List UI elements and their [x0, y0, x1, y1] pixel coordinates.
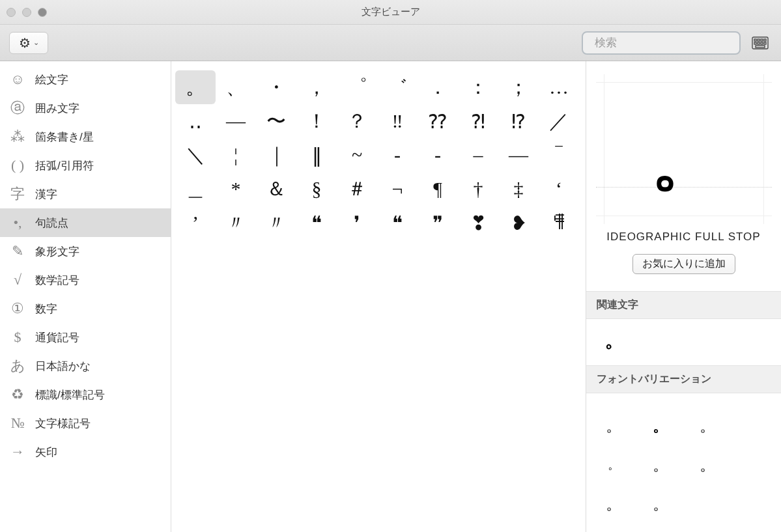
sidebar-item-label: 漢字 [35, 187, 57, 202]
svg-rect-2 [758, 39, 760, 41]
character-cell[interactable]: ゛ [377, 70, 418, 104]
character-cell[interactable]: ． [418, 70, 458, 104]
character-cell[interactable]: ❜ [337, 206, 377, 240]
sidebar-item[interactable]: ①数字 [0, 294, 171, 323]
sidebar-item[interactable]: №文字様記号 [0, 409, 171, 438]
font-variation[interactable]: 。 [637, 484, 684, 524]
character-cell[interactable]: ， [296, 70, 337, 104]
character-cell[interactable]: ¬ [377, 172, 418, 206]
character-cell[interactable]: 〃 [216, 206, 256, 240]
character-cell[interactable]: ❞ [418, 206, 458, 240]
character-cell[interactable]: ： [458, 70, 498, 104]
search-field[interactable] [582, 31, 741, 55]
character-cell[interactable]: – [458, 138, 498, 172]
character-cell[interactable]: ・ [256, 70, 296, 104]
character-cell[interactable]: ‡ [498, 172, 539, 206]
sidebar-item-label: 数学記号 [35, 273, 79, 288]
character-cell[interactable]: ゜ [337, 70, 377, 104]
sidebar-item[interactable]: •,句読点 [0, 208, 171, 237]
font-variation[interactable]: 。 [637, 406, 684, 445]
svg-rect-9 [756, 46, 765, 48]
font-variation[interactable]: 。 [684, 445, 731, 484]
character-cell[interactable]: ！ [296, 104, 337, 138]
sidebar-item[interactable]: √数学記号 [0, 266, 171, 294]
character-cell[interactable]: ／ [539, 104, 579, 138]
character-cell[interactable]: … [539, 70, 579, 104]
character-name: IDEOGRAPHIC FULL STOP [586, 224, 781, 254]
character-cell[interactable]: 、 [216, 70, 256, 104]
sidebar-item-icon: ① [9, 300, 26, 317]
character-cell[interactable]: ‐ [377, 138, 418, 172]
character-cell[interactable]: ‥ [175, 104, 216, 138]
character-grid-scroll[interactable]: 。、・，゜゛．：；…‥—〜！？‼⁇⁈⁉／＼¦｜‖~‐-–—‾＿*＆§＃¬¶†‡‘… [171, 61, 586, 532]
sidebar-item[interactable]: ✎象形文字 [0, 237, 171, 266]
character-cell[interactable]: ⁉ [498, 104, 539, 138]
sidebar-item-icon: ☺ [9, 71, 26, 88]
character-cell[interactable]: ＃ [337, 172, 377, 206]
character-cell[interactable]: ’ [175, 206, 216, 240]
character-cell[interactable]: 。 [175, 70, 216, 104]
character-cell[interactable]: ？ [337, 104, 377, 138]
sidebar-item-icon: ( ) [9, 157, 26, 174]
sidebar-item[interactable]: →矢印 [0, 438, 171, 466]
character-cell[interactable]: ¦ [216, 138, 256, 172]
sidebar-item-icon: 字 [9, 184, 26, 204]
character-cell[interactable]: ❝ [377, 206, 418, 240]
search-input[interactable] [595, 36, 733, 49]
character-cell[interactable]: § [296, 172, 337, 206]
font-variation[interactable]: 。 [590, 445, 637, 484]
svg-rect-3 [761, 39, 763, 41]
sidebar-item[interactable]: あ日本語かな [0, 352, 171, 380]
character-cell[interactable]: ‖ [296, 138, 337, 172]
character-cell[interactable]: ； [498, 70, 539, 104]
settings-menu-button[interactable]: ⚙︎ ⌄ [9, 32, 48, 54]
sidebar-item-label: 数字 [35, 301, 57, 316]
font-variation[interactable]: 。 [590, 406, 637, 445]
sidebar-item[interactable]: ♻標識/標準記号 [0, 380, 171, 409]
character-cell[interactable]: * [216, 172, 256, 206]
character-cell[interactable]: ‾ [539, 138, 579, 172]
character-cell[interactable]: ＿ [175, 172, 216, 206]
font-variation[interactable]: 。 [590, 484, 637, 524]
sidebar-item[interactable]: ( )括弧/引用符 [0, 151, 171, 180]
character-cell[interactable]: ❥ [498, 206, 539, 240]
sidebar-item[interactable]: ⁂箇条書き/星 [0, 122, 171, 151]
svg-rect-8 [764, 42, 766, 44]
character-cell[interactable]: 〜 [256, 104, 296, 138]
character-cell[interactable]: ⁇ [418, 104, 458, 138]
sidebar-item-label: 矢印 [35, 445, 57, 460]
font-variation[interactable]: 。 [684, 406, 731, 445]
character-cell[interactable]: ~ [337, 138, 377, 172]
keyboard-viewer-button[interactable] [748, 33, 772, 53]
character-cell[interactable]: ＼ [175, 138, 216, 172]
sidebar-item-label: 文字様記号 [35, 416, 91, 431]
related-character[interactable]: ｡ [597, 332, 623, 352]
category-sidebar[interactable]: ☺絵文字ⓐ囲み文字⁂箇条書き/星( )括弧/引用符字漢字•,句読点✎象形文字√数… [0, 61, 171, 532]
character-cell[interactable]: ⸿ [539, 206, 579, 240]
sidebar-item[interactable]: ☺絵文字 [0, 65, 171, 94]
character-cell[interactable]: - [418, 138, 458, 172]
character-cell[interactable]: 〃 [256, 206, 296, 240]
character-cell[interactable]: ｜ [256, 138, 296, 172]
character-cell[interactable]: ¶ [418, 172, 458, 206]
sidebar-item[interactable]: 字漢字 [0, 180, 171, 208]
character-cell[interactable]: ❝ [296, 206, 337, 240]
character-cell[interactable]: — [498, 138, 539, 172]
titlebar: 文字ビューア [0, 0, 781, 25]
character-cell[interactable]: ‼ [377, 104, 418, 138]
character-cell[interactable]: ‘ [539, 172, 579, 206]
character-cell[interactable]: † [458, 172, 498, 206]
character-cell[interactable]: ＆ [256, 172, 296, 206]
add-favorite-button[interactable]: お気に入りに追加 [632, 254, 735, 274]
character-cell[interactable]: — [216, 104, 256, 138]
sidebar-item[interactable]: ⓐ囲み文字 [0, 94, 171, 122]
sidebar-item[interactable]: $通貨記号 [0, 323, 171, 352]
font-variation[interactable]: 。 [637, 445, 684, 484]
sidebar-item-icon: ♻ [9, 386, 26, 403]
variations-heading: フォントバリエーション [586, 365, 781, 393]
character-cell[interactable]: ❣ [458, 206, 498, 240]
character-cell[interactable]: ⁈ [458, 104, 498, 138]
main-area: ☺絵文字ⓐ囲み文字⁂箇条書き/星( )括弧/引用符字漢字•,句読点✎象形文字√数… [0, 61, 781, 532]
svg-rect-6 [758, 42, 760, 44]
sidebar-item-label: 標識/標準記号 [35, 387, 105, 402]
